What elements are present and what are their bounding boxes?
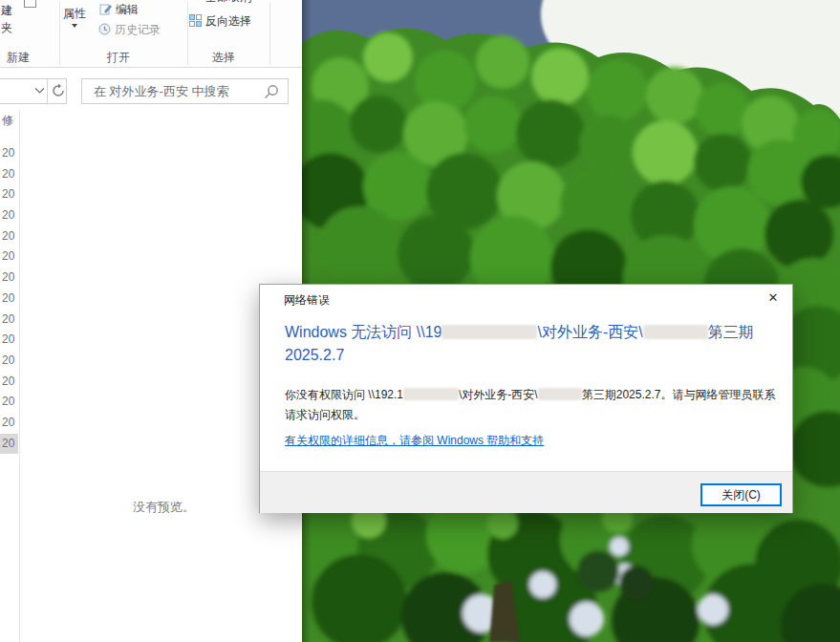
invert-selection-icon xyxy=(189,14,202,27)
dialog-heading: Windows 无法访问 \\19\对外业务-西安\第三期 2025.2.7 xyxy=(285,321,767,367)
list-item[interactable]: 20 xyxy=(0,392,18,413)
list-item[interactable]: 20 xyxy=(0,268,18,289)
select-none-label: 全部取消 xyxy=(205,0,251,4)
file-list: 20 20 20 20 20 20 20 20 20 20 20 20 20 2… xyxy=(0,143,18,454)
history-clock-icon xyxy=(98,23,111,35)
search-icon[interactable] xyxy=(264,84,279,99)
ribbon-separator xyxy=(269,2,270,65)
item-checkbox-icon[interactable] xyxy=(24,0,36,8)
network-error-dialog: 网络错误 ✕ Windows 无法访问 \\19\对外业务-西安\第三期 202… xyxy=(259,284,793,513)
redacted-ip xyxy=(403,388,459,400)
screen: 建 夹 新建 属性 编辑 历 xyxy=(0,0,840,642)
refresh-icon[interactable] xyxy=(51,83,66,98)
address-dropdown-icon[interactable] xyxy=(35,88,44,94)
list-item[interactable]: 20 xyxy=(0,143,18,164)
group-label-select: 选择 xyxy=(212,50,235,66)
new-folder-button-2[interactable]: 夹 xyxy=(1,20,12,36)
close-icon[interactable]: ✕ xyxy=(760,287,786,310)
search-placeholder: 在 对外业务-西安 中搜索 xyxy=(94,79,229,103)
body-text-line2: 请求访问权限。 xyxy=(285,408,365,421)
list-item[interactable]: 20 xyxy=(0,310,18,331)
properties-button[interactable]: 属性 xyxy=(63,6,86,22)
group-label-new: 新建 xyxy=(7,50,30,66)
heading-text-pre: Windows 无法访问 \\19 xyxy=(285,324,442,340)
address-divider xyxy=(47,79,48,103)
preview-empty-message: 没有预览。 xyxy=(133,499,195,516)
body-text-mid: \对外业务-西安\ xyxy=(459,388,538,401)
dialog-footer: 关闭(C) xyxy=(260,471,792,513)
list-item[interactable]: 20 xyxy=(0,205,18,226)
list-item-selected[interactable]: 20 xyxy=(0,434,18,455)
chevron-down-icon[interactable] xyxy=(72,24,77,28)
invert-selection-label: 反向选择 xyxy=(205,14,251,28)
history-button[interactable]: 历史记录 xyxy=(98,22,161,38)
list-item[interactable]: 20 xyxy=(0,413,18,434)
list-item[interactable]: 20 xyxy=(0,351,18,372)
pane-divider[interactable] xyxy=(19,110,20,642)
body-text-pre: 你没有权限访问 \\192.1 xyxy=(285,388,403,401)
column-header-date-modified[interactable]: 修 xyxy=(2,113,19,129)
heading-text-mid: \对外业务-西安\ xyxy=(537,324,642,340)
list-item[interactable]: 20 xyxy=(0,289,18,310)
list-item[interactable]: 20 xyxy=(0,226,18,247)
group-label-open: 打开 xyxy=(107,50,130,66)
close-button[interactable]: 关闭(C) xyxy=(700,483,782,506)
search-input[interactable]: 在 对外业务-西安 中搜索 xyxy=(81,78,289,104)
list-item[interactable]: 20 xyxy=(0,164,18,185)
heading-text-line2: 2025.2.7 xyxy=(285,347,344,363)
help-link[interactable]: 有关权限的详细信息，请参阅 Windows 帮助和支持 xyxy=(285,433,544,449)
ribbon-separator xyxy=(59,2,60,65)
list-item[interactable]: 20 xyxy=(0,184,18,205)
new-folder-label-2: 夹 xyxy=(1,21,12,34)
explorer-toolbar: 在 对外业务-西安 中搜索 xyxy=(0,69,302,110)
list-item[interactable]: 20 xyxy=(0,372,18,393)
properties-label: 属性 xyxy=(63,7,86,20)
dialog-title: 网络错误 xyxy=(284,292,330,309)
edit-label: 编辑 xyxy=(116,3,139,16)
redacted-name xyxy=(538,388,582,400)
redacted-name xyxy=(643,325,708,339)
explorer-ribbon: 建 夹 新建 属性 编辑 历 xyxy=(0,0,302,68)
select-none-icon xyxy=(189,0,202,3)
pencil-icon xyxy=(99,3,112,15)
heading-text-post: 第三期 xyxy=(708,324,754,340)
invert-selection-button[interactable]: 反向选择 xyxy=(189,13,251,30)
body-text-post: 第三期2025.2.7。请与网络管理员联系 xyxy=(582,388,776,401)
select-none-button[interactable]: 全部取消 xyxy=(189,0,251,6)
dialog-body: 你没有权限访问 \\192.1\对外业务-西安\第三期2025.2.7。请与网络… xyxy=(285,385,778,425)
new-folder-button[interactable]: 建 xyxy=(1,3,12,19)
new-folder-label-1: 建 xyxy=(1,4,12,17)
history-label: 历史记录 xyxy=(115,23,161,36)
ribbon-separator xyxy=(187,2,188,65)
edit-button[interactable]: 编辑 xyxy=(99,2,139,18)
file-explorer-window: 建 夹 新建 属性 编辑 历 xyxy=(0,0,302,642)
list-item[interactable]: 20 xyxy=(0,330,18,351)
redacted-ip xyxy=(442,325,537,339)
list-item[interactable]: 20 xyxy=(0,246,18,268)
